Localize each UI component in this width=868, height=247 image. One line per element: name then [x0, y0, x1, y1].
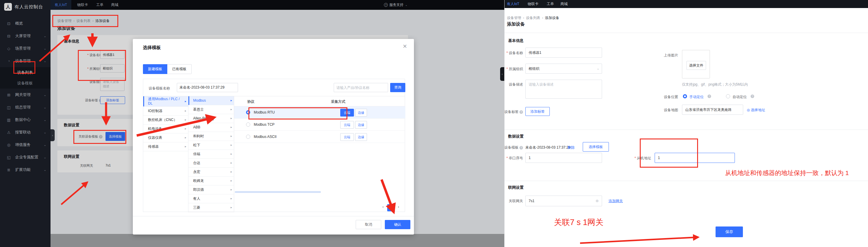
tab-youren-iot[interactable]: 有人IoT — [507, 0, 519, 8]
edge-collect-button[interactable]: 边缘 — [355, 133, 367, 141]
save-button[interactable]: 保存 — [716, 226, 743, 237]
choose-address-link[interactable]: ◎ 选择地址 — [747, 107, 765, 113]
horizontal-scrollbar[interactable] — [235, 191, 321, 193]
brand-item[interactable]: 松下 ▸ — [188, 141, 234, 150]
template-label-text: 关联设备模板 — [504, 145, 519, 150]
tab-existing-template[interactable]: 已有模板 — [167, 64, 192, 74]
section-title: 数据设置 — [508, 134, 524, 139]
serial-input[interactable] — [525, 153, 602, 163]
template-value: 未命名-2023-08-03 17:37:29 — [525, 145, 570, 150]
section-title: 基本信息 — [508, 38, 524, 43]
auto-position-option[interactable]: 自动定位 — [733, 94, 747, 99]
device-name-input[interactable] — [525, 48, 602, 58]
table-row[interactable]: Modbus TCP 云端 边缘 — [234, 119, 405, 131]
tab-work-order[interactable]: 工单 — [547, 0, 554, 8]
table-header: 协议 采集方式 — [234, 96, 405, 106]
pagination-prev[interactable]: ‹ — [382, 205, 384, 209]
category-item[interactable]: 传感器 ▸ — [143, 143, 188, 151]
brand-label: 台达 — [193, 161, 200, 165]
cloud-collect-button[interactable]: 云端 — [340, 121, 354, 129]
template-name-label: 设备模板名称 — [149, 86, 170, 91]
category-item[interactable]: 数控机床（CNC） ▸ — [143, 116, 188, 125]
category-item[interactable]: 通用Modbus / PLC / DL ▸ — [143, 96, 188, 107]
brand-label: ABB — [193, 125, 200, 130]
tag-label: 设备标签? — [504, 110, 523, 115]
search-button[interactable]: 查询 — [390, 83, 405, 92]
add-gateway-link[interactable]: 添加网关 — [609, 198, 623, 204]
confirm-button[interactable]: 确认 — [385, 220, 410, 229]
upload-dropzone[interactable]: 选择文件 — [682, 50, 710, 79]
divider — [504, 33, 868, 33]
desc-textarea[interactable] — [525, 80, 602, 99]
category-label: 机电设备 — [148, 127, 162, 131]
protocol-name: Modbus RTU — [254, 110, 275, 115]
choose-template-button[interactable]: 选择模板 — [583, 142, 609, 152]
brand-label: 倍福 — [193, 152, 200, 156]
radio-selected-icon[interactable] — [683, 94, 687, 98]
breadcrumb-item[interactable]: 设备管理 — [507, 16, 521, 21]
brand-label: 有人 — [193, 196, 200, 201]
breadcrumb-item[interactable]: 设备列表 — [523, 16, 540, 21]
edge-collect-button[interactable]: 边缘 — [355, 109, 367, 117]
tab-mall[interactable]: 商城 — [560, 0, 567, 8]
brand-item[interactable]: Modbus ▸ — [188, 96, 234, 105]
tab-new-template[interactable]: 新建模板 — [143, 64, 167, 74]
brand-item[interactable]: 欧姆龙 ▸ — [188, 177, 234, 185]
col-collect: 采集方式 — [331, 99, 345, 104]
category-item[interactable]: 机电设备 ▸ — [143, 125, 188, 133]
sidebar-collapse-handle[interactable]: ‹ — [51, 129, 55, 141]
table-row[interactable]: Modbus ASCII 云端 边缘 — [234, 131, 405, 143]
cloud-collect-button[interactable]: 云端 — [340, 133, 354, 141]
breadcrumb: 设备管理 设备列表 添加设备 — [507, 16, 559, 21]
org-select[interactable] — [525, 64, 602, 74]
cancel-button[interactable]: 取消 — [356, 220, 381, 229]
brand-item[interactable]: ABB ▸ — [188, 123, 234, 132]
category-item[interactable]: 仪器仪表 ▸ — [143, 133, 188, 143]
pagination-page[interactable]: 1 — [387, 204, 395, 211]
help-icon: ? — [751, 94, 754, 98]
template-label: 关联设备模板? — [504, 145, 523, 150]
radio-selected-icon[interactable] — [246, 110, 250, 115]
brand-item[interactable]: 倍福 ▸ — [188, 150, 234, 159]
table-row[interactable]: Modbus RTU 云端 边缘 — [234, 106, 405, 119]
gateway-select[interactable] — [525, 195, 602, 206]
cloud-collect-button[interactable]: 云端 — [340, 109, 354, 117]
chevron-right-icon: ▸ — [185, 118, 186, 122]
address-input[interactable] — [682, 104, 743, 115]
manual-position-option[interactable]: 手动定位 — [689, 94, 704, 99]
template-name-input[interactable] — [177, 83, 238, 92]
device-name-label: 设备名称 — [504, 51, 523, 56]
chevron-right-icon: ▸ — [230, 134, 232, 138]
slave-label: 从机地址 — [621, 156, 651, 161]
gateway-label: 关联网关 — [504, 198, 523, 204]
category-label: 数控机床（CNC） — [148, 118, 177, 122]
edge-collect-button[interactable]: 边缘 — [355, 121, 367, 129]
delete-template-link[interactable]: 删除 — [567, 145, 575, 150]
brand-item[interactable]: 基恩士 ▸ — [188, 105, 234, 114]
brand-item[interactable]: 有人 ▸ — [188, 194, 234, 203]
brand-item[interactable]: 三菱 ▸ — [188, 203, 234, 212]
pagination-next[interactable]: › — [398, 205, 399, 209]
close-icon[interactable]: ✕ — [403, 43, 407, 50]
brand-item[interactable]: 郎汉德 ▸ — [188, 185, 234, 194]
brand-item[interactable]: 和利时 ▸ — [188, 132, 234, 141]
radio-icon[interactable] — [246, 135, 250, 139]
section-title: 联网设置 — [508, 185, 524, 190]
add-tag-button[interactable]: 添加标签 — [525, 107, 550, 116]
panel-collapse-handle[interactable]: ‹ — [500, 67, 504, 81]
radio-icon[interactable] — [726, 94, 730, 98]
clear-icon[interactable]: ⊗ — [595, 198, 599, 203]
search-input[interactable] — [334, 83, 388, 92]
brand-label: 松下 — [193, 143, 200, 148]
choose-file-button[interactable]: 选择文件 — [686, 61, 706, 70]
brand-item[interactable]: 台达 ▸ — [188, 159, 234, 167]
tab-iot-card[interactable]: 物联卡 — [528, 0, 538, 8]
page-title: 添加设备 — [507, 22, 525, 27]
slave-address-input[interactable] — [655, 153, 735, 163]
radio-icon[interactable] — [246, 122, 250, 127]
brand-item[interactable]: 永宏 ▸ — [188, 167, 234, 177]
protocol-table: 协议 采集方式 Modbus RTU 云端 边缘 Modbus TCP 云端 边… — [234, 96, 405, 212]
brand-item[interactable]: Allen-Bradley ▸ — [188, 114, 234, 123]
screenshot-canvas: 有人IoT 物联卡 工单 商城 ? 服务支持 ⌄ 人 有人云控制台 ⊡ 概览 — [0, 0, 868, 247]
category-item[interactable]: IO控制器 ▸ — [143, 107, 188, 116]
